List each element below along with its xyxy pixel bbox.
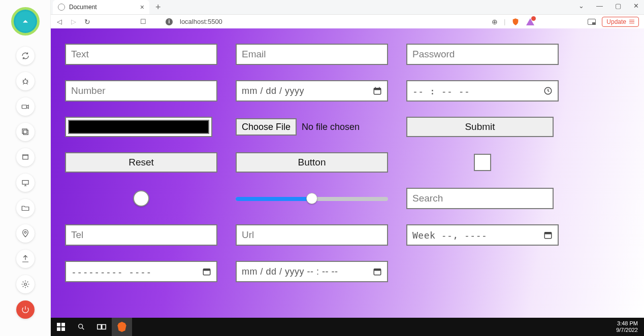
windows-taskbar: 3:48 PM 9/7/2022	[51, 318, 644, 336]
svg-rect-9	[374, 88, 381, 90]
collapse-button[interactable]	[11, 7, 40, 36]
submit-button[interactable]: Submit	[406, 117, 554, 137]
monitor-icon[interactable]	[16, 174, 35, 192]
update-label: Update	[606, 18, 626, 25]
url-input[interactable]	[236, 224, 388, 246]
color-input[interactable]	[65, 117, 212, 137]
close-tab-icon[interactable]: ×	[140, 3, 144, 11]
taskbar-date: 9/7/2022	[616, 327, 638, 333]
svg-rect-20	[61, 327, 65, 331]
page-content: mm / dd / yyyy -- : -- -- Choose File No…	[51, 28, 644, 318]
minimize-icon[interactable]: —	[596, 2, 603, 10]
back-button[interactable]: ◁	[56, 18, 63, 25]
camera-icon[interactable]	[16, 97, 35, 116]
bug-icon[interactable]	[16, 72, 35, 90]
stack-icon[interactable]	[16, 123, 35, 141]
chevron-down-icon[interactable]: ⌄	[578, 2, 584, 10]
zoom-icon[interactable]: ⊕	[492, 18, 498, 26]
pip-icon[interactable]	[588, 19, 596, 25]
svg-rect-19	[57, 327, 60, 331]
date-input[interactable]: mm / dd / yyyy	[236, 80, 388, 102]
text-input[interactable]	[65, 44, 217, 65]
menu-icon	[629, 20, 634, 24]
gear-icon[interactable]	[16, 275, 35, 293]
rewards-icon[interactable]	[526, 18, 535, 26]
file-status: No file chosen	[302, 122, 360, 132]
tel-input[interactable]	[65, 224, 217, 246]
month-input[interactable]: --------- ----	[65, 261, 217, 282]
svg-rect-16	[374, 269, 381, 271]
radio-input[interactable]	[133, 190, 149, 207]
upload-icon[interactable]	[16, 250, 35, 268]
svg-rect-17	[57, 323, 60, 326]
svg-rect-5	[22, 181, 28, 185]
generic-button[interactable]: Button	[236, 152, 388, 173]
svg-rect-1	[22, 105, 26, 109]
taskbar-time: 3:48 PM	[616, 320, 638, 327]
range-input[interactable]	[236, 191, 388, 206]
reload-button[interactable]: ↻	[84, 18, 90, 26]
email-input[interactable]	[236, 44, 388, 65]
sync-icon[interactable]	[16, 47, 35, 65]
svg-rect-12	[544, 232, 552, 234]
maximize-icon[interactable]: ▢	[615, 2, 621, 10]
site-info-icon[interactable]: i	[166, 18, 173, 25]
svg-rect-3	[22, 129, 27, 133]
window-controls: ⌄ — ▢ ✕	[578, 2, 639, 10]
datetime-input[interactable]: mm / dd / yyyy -- : -- --	[236, 261, 388, 282]
search-input[interactable]	[406, 188, 554, 209]
dev-tool-strip	[0, 0, 51, 336]
browser-tab[interactable]: Document ×	[53, 0, 149, 14]
calendar-icon	[202, 267, 211, 276]
password-input[interactable]	[406, 44, 559, 65]
svg-rect-4	[23, 155, 28, 159]
power-icon[interactable]	[16, 300, 35, 319]
calendar-icon	[543, 230, 553, 240]
calendar-icon	[373, 86, 382, 95]
time-input[interactable]: -- : -- --	[406, 80, 559, 102]
file-input[interactable]: Choose File No file chosen	[236, 118, 388, 136]
url-text[interactable]: localhost:5500	[180, 18, 222, 25]
address-bar: ◁ ▷ ↻ ☐ i localhost:5500 ⊕ | Update	[51, 14, 644, 28]
reset-button[interactable]: Reset	[65, 152, 217, 173]
file-choose-button[interactable]: Choose File	[236, 118, 297, 136]
range-thumb[interactable]	[306, 193, 317, 204]
update-button[interactable]: Update	[602, 17, 639, 27]
svg-rect-14	[203, 269, 210, 271]
brave-taskbar-icon[interactable]	[112, 318, 132, 336]
svg-rect-2	[23, 130, 28, 135]
folder-icon[interactable]	[16, 199, 35, 217]
bookmark-icon[interactable]: ☐	[140, 18, 146, 25]
tab-favicon	[58, 4, 65, 11]
start-button[interactable]	[51, 318, 71, 336]
task-view-icon[interactable]	[91, 318, 112, 336]
svg-point-6	[24, 231, 26, 233]
browser-chrome: Document × + ⌄ — ▢ ✕ ◁ ▷ ↻ ☐ i localhost…	[51, 0, 644, 28]
week-input[interactable]: Week --, ----	[406, 224, 559, 246]
svg-rect-23	[102, 325, 106, 329]
svg-point-7	[24, 283, 27, 286]
close-window-icon[interactable]: ✕	[633, 2, 639, 10]
svg-rect-22	[98, 325, 102, 329]
checkbox-input[interactable]	[474, 154, 491, 171]
svg-rect-18	[61, 323, 65, 326]
search-taskbar-icon[interactable]	[71, 318, 91, 336]
new-tab-button[interactable]: +	[155, 2, 161, 13]
calendar-icon	[373, 267, 382, 276]
number-input[interactable]	[65, 80, 217, 102]
pin-icon[interactable]	[16, 224, 35, 243]
taskbar-clock[interactable]: 3:48 PM 9/7/2022	[616, 320, 644, 333]
forward-button[interactable]: ▷	[70, 18, 77, 25]
tab-bar: Document × + ⌄ — ▢ ✕	[51, 0, 644, 14]
svg-point-21	[79, 324, 83, 328]
layout-icon[interactable]	[16, 148, 35, 166]
shield-icon[interactable]	[511, 18, 520, 26]
tab-title: Document	[69, 4, 97, 11]
clock-icon	[543, 86, 553, 95]
